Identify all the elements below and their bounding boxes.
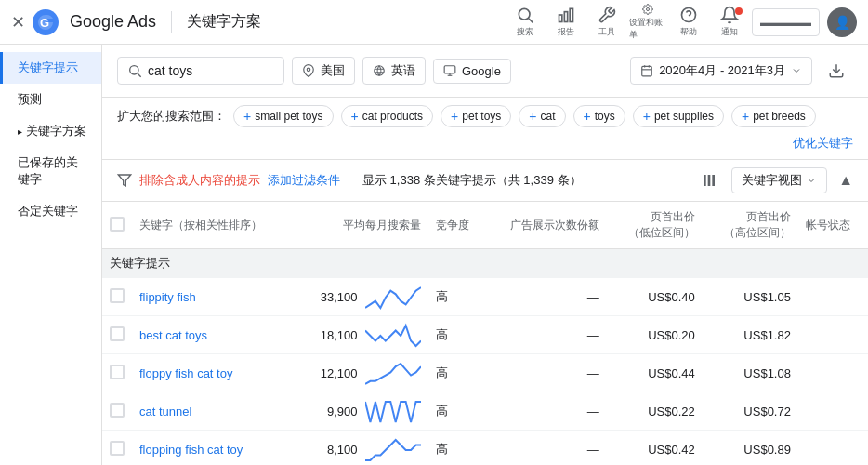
reports-nav-button[interactable]: 报告 bbox=[547, 4, 585, 41]
row-checkbox[interactable] bbox=[110, 441, 125, 456]
sidebar-item-saved-kw[interactable]: 已保存的关键字 bbox=[0, 147, 101, 195]
account-status-header: 帐号状态 bbox=[798, 202, 868, 249]
keyword-cell[interactable]: floppy fish cat toy bbox=[132, 354, 293, 392]
account-picker[interactable]: ▬▬▬▬▬ bbox=[752, 8, 820, 36]
app-title: Google Ads bbox=[70, 12, 156, 32]
language-icon bbox=[373, 64, 386, 77]
settings-nav-button[interactable]: 设置和账单 bbox=[629, 4, 666, 41]
bid-high-cell: US$1.05 bbox=[703, 278, 798, 316]
sidebar-item-kw-plan[interactable]: ▸ 关键字方案 bbox=[0, 115, 101, 147]
sidebar-item-forecast[interactable]: 预测 bbox=[0, 84, 101, 115]
keyword-search-box[interactable] bbox=[117, 57, 284, 85]
sidebar-item-negative-kw[interactable]: 否定关键字 bbox=[0, 195, 101, 227]
svg-point-12 bbox=[307, 68, 310, 72]
google-g-icon: G bbox=[33, 9, 59, 35]
keyword-cell[interactable]: flopping fish cat toy bbox=[132, 431, 293, 463]
notifications-nav-button[interactable]: 通知 bbox=[711, 4, 748, 41]
filter-funnel-icon[interactable] bbox=[117, 173, 132, 188]
row-checkbox[interactable] bbox=[110, 365, 125, 379]
ad-impressions-cell: — bbox=[484, 431, 606, 463]
row-checkbox[interactable] bbox=[110, 288, 125, 303]
trend-sparkline bbox=[365, 284, 421, 310]
trend-sparkline bbox=[365, 436, 421, 462]
bid-high-cell: US$1.82 bbox=[703, 316, 798, 354]
competition-cell: 高 bbox=[428, 431, 485, 463]
svg-rect-14 bbox=[444, 66, 455, 73]
close-icon[interactable]: ✕ bbox=[11, 12, 25, 33]
reports-nav-label: 报告 bbox=[558, 26, 574, 38]
svg-rect-6 bbox=[570, 8, 572, 21]
competition-cell: 高 bbox=[428, 392, 485, 431]
keyword-table: 关键字（按相关性排序） 平均每月搜索量 竞争度 广告展示次数份额 页首出价 （低 bbox=[102, 202, 868, 462]
bid-high-header[interactable]: 页首出价 （高位区间） bbox=[703, 202, 798, 249]
calendar-icon bbox=[640, 64, 653, 77]
competition-cell: 高 bbox=[428, 354, 485, 392]
network-filter[interactable]: Google bbox=[433, 59, 511, 84]
tag-toys[interactable]: + toys bbox=[573, 105, 625, 127]
avg-searches-header[interactable]: 平均每月搜索量 bbox=[293, 202, 427, 249]
account-id: ▬▬▬▬▬ bbox=[760, 17, 811, 28]
competition-cell: 高 bbox=[428, 278, 485, 316]
svg-point-13 bbox=[375, 66, 385, 76]
kw-view-chevron-icon bbox=[806, 175, 817, 186]
date-range-filter[interactable]: 2020年4月 - 2021年3月 bbox=[630, 57, 812, 85]
keyword-cell[interactable]: best cat toys bbox=[132, 316, 293, 354]
competition-header[interactable]: 竞争度 bbox=[428, 202, 485, 249]
search-box-icon bbox=[127, 63, 142, 78]
tag-small-pet-toys[interactable]: + small pet toys bbox=[233, 105, 334, 127]
reports-icon bbox=[557, 6, 575, 24]
sidebar: 关键字提示 预测 ▸ 关键字方案 已保存的关键字 否定关键字 bbox=[0, 45, 102, 465]
account-status-cell bbox=[798, 278, 868, 316]
select-all-header[interactable] bbox=[102, 202, 132, 249]
ad-impressions-cell: — bbox=[484, 278, 606, 316]
tag-pet-toys[interactable]: + pet toys bbox=[441, 105, 511, 127]
search-nav-label: 搜索 bbox=[517, 26, 533, 38]
add-filter-button[interactable]: 添加过滤条件 bbox=[268, 172, 340, 189]
keyword-cell[interactable]: flippity fish bbox=[132, 278, 293, 316]
nav-icons-group: 搜索 报告 工具 设置和账单 bbox=[506, 4, 857, 41]
sidebar-item-kw-suggestions[interactable]: 关键字提示 bbox=[0, 52, 101, 84]
columns-icon bbox=[702, 173, 717, 188]
tag-cat-products[interactable]: + cat products bbox=[341, 105, 434, 127]
keyword-cell[interactable]: cat tunnel bbox=[132, 392, 293, 431]
bid-low-cell: US$0.22 bbox=[607, 392, 703, 431]
grid-view-button[interactable] bbox=[694, 166, 724, 195]
table-row: cat tunnel9,900高—US$0.22US$0.72 bbox=[102, 392, 868, 431]
bid-low-cell: US$0.20 bbox=[607, 316, 703, 354]
notifications-nav-label: 通知 bbox=[721, 26, 738, 38]
select-all-checkbox[interactable] bbox=[110, 217, 125, 232]
row-checkbox[interactable] bbox=[110, 403, 125, 418]
remove-adult-filter-link[interactable]: 排除含成人内容的提示 bbox=[139, 172, 260, 189]
svg-marker-22 bbox=[118, 175, 130, 186]
bid-high-cell: US$1.08 bbox=[703, 354, 798, 392]
search-icon bbox=[516, 6, 534, 24]
help-nav-button[interactable]: 帮助 bbox=[670, 4, 707, 41]
tag-pet-breeds[interactable]: + pet breeds bbox=[731, 105, 816, 127]
avatar[interactable]: 👤 bbox=[827, 7, 857, 37]
svg-rect-17 bbox=[642, 66, 652, 76]
location-icon bbox=[302, 64, 315, 77]
keyword-view-button[interactable]: 关键字视图 bbox=[731, 167, 827, 193]
tools-nav-button[interactable]: 工具 bbox=[588, 4, 625, 41]
location-filter[interactable]: 美国 bbox=[292, 57, 355, 85]
bid-low-header[interactable]: 页首出价 （低位区间） bbox=[607, 202, 703, 249]
expand-label: 扩大您的搜索范围： bbox=[117, 108, 226, 125]
search-input[interactable] bbox=[148, 63, 259, 78]
avg-searches-cell: 9,900 bbox=[293, 392, 427, 431]
row-checkbox[interactable] bbox=[110, 326, 125, 341]
collapse-button[interactable]: ▲ bbox=[838, 172, 853, 189]
search-nav-button[interactable]: 搜索 bbox=[506, 4, 544, 41]
keyword-header[interactable]: 关键字（按相关性排序） bbox=[132, 202, 293, 249]
view-controls: 关键字视图 ▲ bbox=[694, 166, 853, 195]
content-area: 美国 英语 Google bbox=[102, 45, 868, 465]
download-button[interactable] bbox=[820, 54, 853, 87]
bid-high-cell: US$0.89 bbox=[703, 431, 798, 463]
tools-nav-label: 工具 bbox=[598, 26, 615, 38]
language-filter[interactable]: 英语 bbox=[362, 57, 426, 85]
svg-point-2 bbox=[519, 8, 530, 20]
ad-impressions-header[interactable]: 广告展示次数份额 bbox=[484, 202, 606, 249]
tag-pet-supplies[interactable]: + pet supplies bbox=[633, 105, 724, 127]
optimize-link[interactable]: 优化关键字 bbox=[793, 135, 853, 152]
settings-nav-label: 设置和账单 bbox=[629, 17, 666, 41]
tag-cat[interactable]: + cat bbox=[519, 105, 565, 127]
